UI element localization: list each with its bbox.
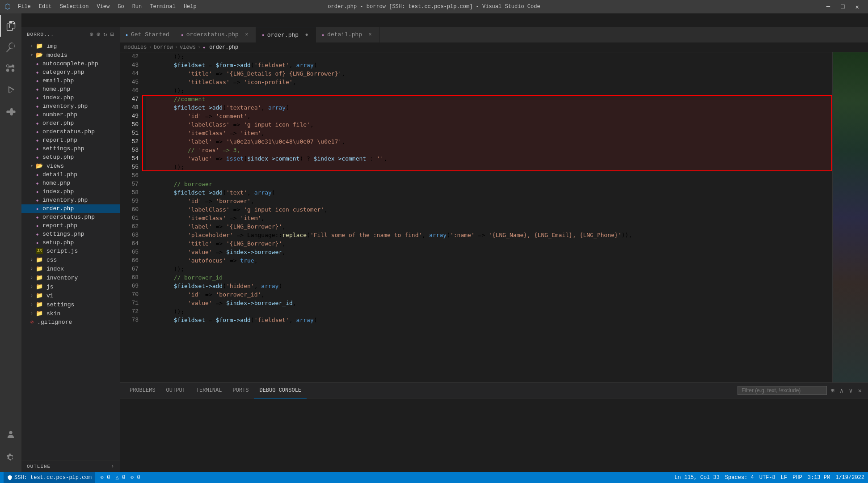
tree-item-inventory-php[interactable]: ⬥inventory.php xyxy=(21,102,120,110)
line-ending[interactable]: LF xyxy=(781,475,787,481)
tree-item-settings[interactable]: ›📁settings xyxy=(21,300,120,309)
menu-item-file[interactable]: File xyxy=(14,3,34,11)
panel-tab-output[interactable]: OUTPUT xyxy=(161,383,191,398)
collapse-all-icon[interactable]: ⊟ xyxy=(110,30,114,38)
tree-item-category-php[interactable]: ⬥category.php xyxy=(21,68,120,76)
tree-item-detail-php[interactable]: ⬥detail.php xyxy=(21,170,120,179)
run-debug-icon[interactable] xyxy=(0,80,21,101)
tree-item-index[interactable]: ›📁index xyxy=(21,264,120,273)
search-icon[interactable] xyxy=(0,37,21,58)
breadcrumb-views[interactable]: views xyxy=(180,44,196,51)
tree-item-orderstatus-php[interactable]: ⬥orderstatus.php xyxy=(21,213,120,221)
tab-orderstatus[interactable]: ⬥orderstatus.php× xyxy=(175,27,256,42)
tree-label: views xyxy=(46,163,64,169)
maximize-button[interactable]: □ xyxy=(836,2,849,12)
menu-item-edit[interactable]: Edit xyxy=(35,3,55,11)
tab-detail[interactable]: ⬥detail.php× xyxy=(316,27,379,42)
php-file-icon: ⬥ xyxy=(36,240,39,246)
panel-tab-terminal[interactable]: TERMINAL xyxy=(191,383,228,398)
panel-scroll-down-icon[interactable]: ∨ xyxy=(847,386,854,395)
tree-item-settings-php[interactable]: ⬥settings.php xyxy=(21,144,120,153)
tree-item-setup-php[interactable]: ⬥setup.php xyxy=(21,153,120,161)
language-mode[interactable]: PHP xyxy=(792,475,802,481)
panel-expand-icon[interactable]: ⊞ xyxy=(829,386,836,395)
new-folder-icon[interactable]: ⊕ xyxy=(97,30,101,38)
settings-gear-icon[interactable] xyxy=(0,447,21,468)
line-num-63: 63 xyxy=(120,231,139,239)
menu-item-selection[interactable]: Selection xyxy=(56,3,93,11)
menu-item-terminal[interactable]: Terminal xyxy=(146,3,179,11)
tree-item-css[interactable]: ›📁css xyxy=(21,255,120,264)
code-editor[interactable]: 4243444546474849505152535455565758596061… xyxy=(120,52,868,382)
tab-close-orderstatus[interactable]: × xyxy=(243,31,250,38)
tree-item-report-php[interactable]: ⬥report.php xyxy=(21,221,120,230)
source-control-icon[interactable] xyxy=(0,58,21,80)
tab-order[interactable]: ⬥order.php● xyxy=(256,27,316,42)
minimize-button[interactable]: ─ xyxy=(822,2,834,12)
tree-item-settings-php[interactable]: ⬥settings.php xyxy=(21,230,120,238)
menu-item-go[interactable]: Go xyxy=(114,3,127,11)
ssh-badge[interactable]: SSH: test.cc.pcs-plp.com xyxy=(4,472,95,483)
code-content[interactable]: 4243444546474849505152535455565758596061… xyxy=(120,52,832,382)
tree-item-models[interactable]: ▾📂models xyxy=(21,51,120,59)
tree-label: orderstatus.php xyxy=(42,128,95,135)
tab-label-get-started: Get Started xyxy=(131,31,169,38)
panel-tab-ports[interactable]: PORTS xyxy=(227,383,254,398)
menu-item-run[interactable]: Run xyxy=(129,3,146,11)
tab-close-detail[interactable]: × xyxy=(367,31,374,38)
menu-item-help[interactable]: Help xyxy=(180,3,200,11)
line-num-59: 59 xyxy=(120,197,139,205)
new-file-icon[interactable]: ⊕ xyxy=(89,30,93,38)
warning-count[interactable]: △ 0 xyxy=(115,474,125,481)
tree-item-script-js[interactable]: JSscript.js xyxy=(21,247,120,255)
code-text-area[interactable]: )); $fieldset = $form->add('fieldset', a… xyxy=(142,52,832,382)
panel-scroll-up-icon[interactable]: ∧ xyxy=(838,386,845,395)
breadcrumb-modules[interactable]: modules xyxy=(124,44,147,51)
encoding[interactable]: UTF-8 xyxy=(759,475,775,481)
filter-input[interactable] xyxy=(737,386,827,395)
tree-item-report-php[interactable]: ⬥report.php xyxy=(21,136,120,144)
close-button[interactable]: ✕ xyxy=(851,2,864,12)
cursor-position[interactable]: Ln 115, Col 33 xyxy=(674,475,720,481)
extensions-icon[interactable] xyxy=(0,101,21,123)
tree-item-order-php[interactable]: ⬥order.php xyxy=(21,204,120,213)
refresh-icon[interactable]: ↻ xyxy=(103,30,107,38)
breadcrumb-borrow[interactable]: borrow xyxy=(154,44,173,51)
tree-item-setup-php[interactable]: ⬥setup.php xyxy=(21,238,120,247)
breadcrumb-sep-2: › xyxy=(175,44,178,51)
tree-item-index-php[interactable]: ⬥index.php xyxy=(21,93,120,102)
panel-tab-problems[interactable]: PROBLEMS xyxy=(124,383,161,398)
info-count[interactable]: ⊘ 0 xyxy=(131,474,140,481)
tree-item--gitignore[interactable]: ⊘.gitignore xyxy=(21,318,120,326)
tree-item-number-php[interactable]: ⬥number.php xyxy=(21,110,120,119)
explorer-icon[interactable] xyxy=(0,15,21,37)
menu-item-view[interactable]: View xyxy=(93,3,113,11)
tree-item-skin[interactable]: ›📁skin xyxy=(21,309,120,318)
tree-item-inventory[interactable]: ›📁inventory xyxy=(21,273,120,282)
error-count[interactable]: ⊘ 0 xyxy=(101,474,110,481)
tree-item-orderstatus-php[interactable]: ⬥orderstatus.php xyxy=(21,127,120,136)
indentation[interactable]: Spaces: 4 xyxy=(725,475,754,481)
tree-item-inventory-php[interactable]: ⬥inventory.php xyxy=(21,196,120,204)
folder-icon: 📁 xyxy=(36,274,43,281)
panel-tab-debug-console[interactable]: DEBUG CONSOLE xyxy=(254,383,307,398)
tree-item-autocomplete-php[interactable]: ⬥autocomplete.php xyxy=(21,59,120,68)
tree-label: inventory xyxy=(46,275,78,281)
tab-get-started[interactable]: ⬥Get Started xyxy=(120,27,175,42)
tree-item-email-php[interactable]: ⬥email.php xyxy=(21,76,120,85)
tree-item-index-php[interactable]: ⬥index.php xyxy=(21,187,120,196)
tab-close-order[interactable]: ● xyxy=(303,31,310,38)
tree-item-v1[interactable]: ›📁v1 xyxy=(21,291,120,300)
account-icon[interactable] xyxy=(0,424,21,445)
tree-item-img[interactable]: ›📁img xyxy=(21,42,120,51)
tree-item-js[interactable]: ›📁js xyxy=(21,282,120,291)
tree-item-order-php[interactable]: ⬥order.php xyxy=(21,119,120,127)
panel-close-icon[interactable]: ✕ xyxy=(856,386,864,395)
tree-item-home-php[interactable]: ⬥home.php xyxy=(21,85,120,93)
outline-section[interactable]: OUTLINE › xyxy=(21,461,120,472)
tree-item-home-php[interactable]: ⬥home.php xyxy=(21,179,120,187)
chevron-icon: ▾ xyxy=(30,52,33,58)
php-file-icon: ⬥ xyxy=(36,146,39,152)
tree-item-views[interactable]: ▾📂views xyxy=(21,161,120,170)
breadcrumb-file[interactable]: order.php xyxy=(209,44,238,51)
